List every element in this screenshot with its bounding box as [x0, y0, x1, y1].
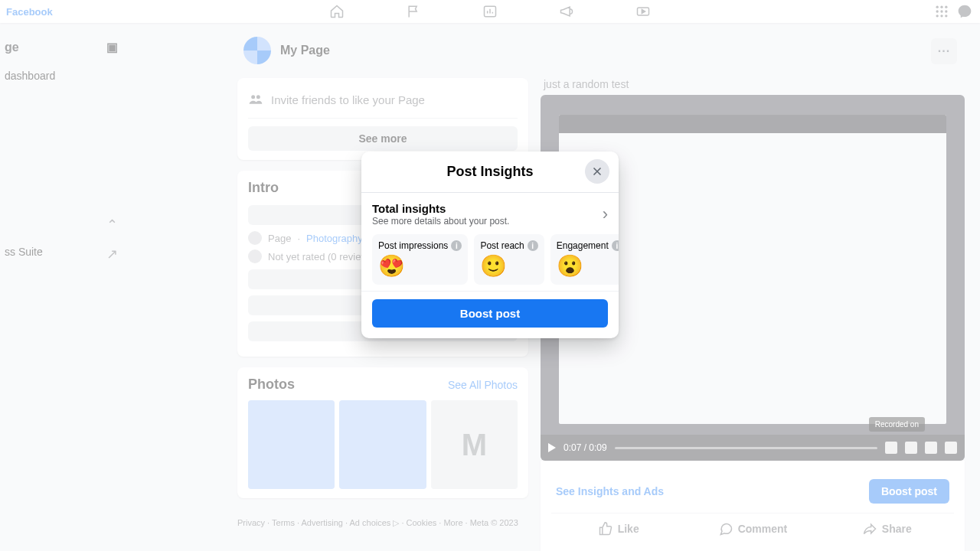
- modal-title: Post Insights: [374, 164, 606, 180]
- emoji-heart-eyes: 😍: [378, 256, 405, 277]
- post-insights-modal: Post Insights Total insights See more de…: [361, 152, 619, 338]
- metric-impressions[interactable]: Post impressionsi 😍: [372, 234, 468, 285]
- emoji-wow: 😮: [557, 256, 583, 277]
- modal-backdrop[interactable]: Post Insights Total insights See more de…: [0, 0, 980, 551]
- boost-post-button[interactable]: Boost post: [372, 299, 608, 328]
- total-insights-heading: Total insights: [372, 202, 509, 215]
- chevron-right-icon: ›: [603, 204, 608, 224]
- close-icon: [591, 165, 603, 178]
- total-insights-sub: See more details about your post.: [372, 216, 509, 227]
- info-icon[interactable]: i: [528, 240, 538, 251]
- info-icon[interactable]: i: [612, 240, 619, 251]
- close-button[interactable]: [585, 159, 609, 184]
- total-insights-row[interactable]: Total insights See more details about yo…: [372, 202, 608, 227]
- metric-reach[interactable]: Post reachi 🙂: [474, 234, 544, 285]
- metric-engagement[interactable]: Engagementi 😮: [550, 234, 619, 285]
- info-icon[interactable]: i: [451, 240, 462, 251]
- emoji-smile: 🙂: [480, 256, 507, 277]
